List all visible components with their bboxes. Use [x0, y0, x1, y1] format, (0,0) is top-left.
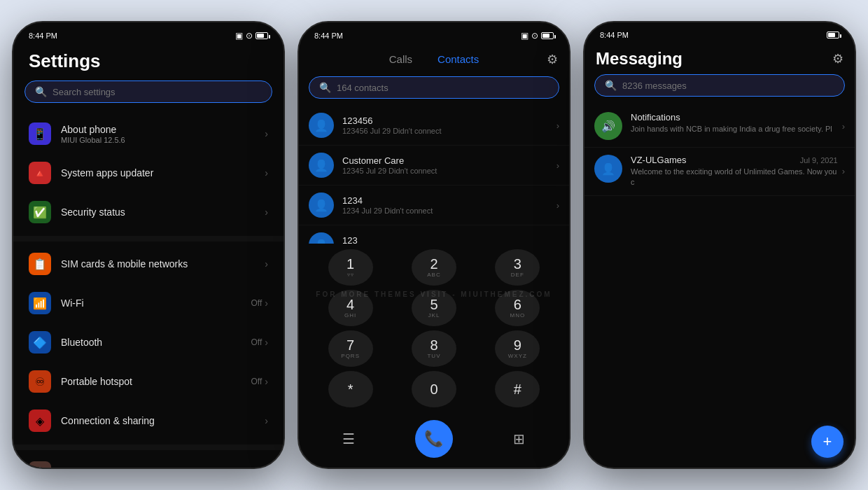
- connection-text: Connection & sharing: [61, 415, 265, 426]
- divider-2: [13, 444, 284, 450]
- dial-num-2: 2: [430, 257, 438, 271]
- settings-item-updater[interactable]: 🔺 System apps updater ›: [13, 153, 284, 192]
- settings-gear-icon[interactable]: ⚙: [547, 52, 558, 67]
- messaging-search-bar[interactable]: 🔍: [594, 74, 845, 97]
- tab-contacts[interactable]: Contacts: [425, 49, 491, 69]
- settings-item-security[interactable]: ✅ Security status ›: [13, 192, 284, 232]
- contacts-search-bar[interactable]: 🔍: [309, 76, 559, 99]
- contact-item-1[interactable]: 👤 123456 123456 Jul 29 Didn't connect ›: [299, 106, 569, 146]
- messaging-title: Messaging: [596, 49, 682, 69]
- contacts-search-icon: 🔍: [319, 82, 331, 93]
- settings-item-wifi[interactable]: 📶 Wi-Fi Off ›: [13, 284, 284, 323]
- search-icon: 🔍: [35, 86, 47, 97]
- security-right: ›: [265, 206, 268, 218]
- dial-btn-9[interactable]: 9 WXYZ: [495, 330, 540, 367]
- divider-1: [13, 236, 284, 241]
- bluetooth-right: Off ›: [251, 337, 268, 348]
- dial-btn-4[interactable]: 4 GHI: [328, 290, 373, 326]
- contact-avatar-4: 👤: [309, 232, 334, 244]
- dial-num-4: 4: [346, 298, 354, 312]
- battery-icon-2: [541, 32, 554, 39]
- phone-settings: 8:44 PM ▣ ⊙ Settings 🔍 📱 About phone MIU…: [12, 21, 285, 469]
- wifi-icon: 📶: [29, 292, 51, 314]
- keypad-icon[interactable]: ☰: [335, 425, 363, 453]
- settings-search-input[interactable]: [52, 87, 262, 97]
- dial-btn-6[interactable]: 6 MNO: [495, 290, 540, 326]
- contact-name-1: 123456: [342, 115, 556, 126]
- settings-item-lock[interactable]: 🔒 Lock screen ›: [13, 453, 284, 468]
- call-button[interactable]: 📞: [415, 420, 453, 458]
- sim-chevron: ›: [265, 258, 268, 270]
- dial-num-9: 9: [514, 338, 522, 352]
- about-text: About phone MIUI Global 12.5.6: [61, 124, 265, 144]
- contact-detail-3: 1234 Jul 29 Didn't connect: [342, 206, 556, 215]
- settings-item-hotspot[interactable]: ♾ Portable hotspot Off ›: [13, 362, 284, 401]
- time-3: 8:44 PM: [600, 31, 629, 39]
- bottom-bar: ☰ 📞 ⊞: [299, 414, 569, 468]
- lock-right: ›: [265, 467, 268, 468]
- status-bar-1: 8:44 PM ▣ ⊙: [13, 22, 284, 43]
- contact-name-3: 1234: [342, 195, 556, 206]
- settings-item-sim[interactable]: 📋 SIM cards & mobile networks ›: [13, 244, 284, 284]
- sim-label: SIM cards & mobile networks: [61, 258, 265, 270]
- notifications-name-row: Notifications: [631, 112, 838, 122]
- wifi-right: Off ›: [251, 298, 268, 309]
- dial-btn-7[interactable]: 7 PQRS: [328, 330, 373, 367]
- dial-num-6: 6: [514, 298, 522, 312]
- dial-row-1: 1 ▿▿ 2 ABC 3 DEF: [309, 249, 559, 286]
- messaging-search-input[interactable]: [622, 80, 834, 91]
- dial-btn-star[interactable]: *: [328, 371, 373, 407]
- vzulgames-name-row: VZ-ULGames Jul 9, 2021: [631, 155, 838, 165]
- notifications-avatar: 🔊: [594, 112, 622, 140]
- contacts-search-input[interactable]: [337, 83, 549, 93]
- messaging-gear-icon[interactable]: ⚙: [832, 51, 844, 66]
- dial-btn-2[interactable]: 2 ABC: [412, 249, 456, 286]
- contact-chevron-1: ›: [556, 120, 559, 131]
- msg-item-notifications[interactable]: 🔊 Notifications Join hands with NCB in m…: [584, 105, 855, 148]
- lock-text: Lock screen: [61, 467, 265, 468]
- contact-item-4[interactable]: 👤 123 123 Jul 29 Didn't connect ›: [299, 225, 569, 244]
- contact-info-1: 123456 123456 Jul 29 Didn't connect: [342, 115, 556, 135]
- bluetooth-chevron: ›: [265, 337, 268, 348]
- vzulgames-preview: Welcome to the exciting world of Unlimit…: [631, 167, 838, 188]
- hotspot-icon: ♾: [29, 370, 51, 393]
- msg-item-vzulgames[interactable]: 👤 VZ-ULGames Jul 9, 2021 Welcome to the …: [584, 148, 855, 196]
- messaging-search-icon: 🔍: [605, 80, 617, 91]
- dial-num-1: 1: [346, 257, 354, 271]
- dial-btn-0[interactable]: 0: [412, 371, 456, 407]
- messaging-header: Messaging ⚙: [584, 42, 855, 74]
- contact-item-3[interactable]: 👤 1234 1234 Jul 29 Didn't connect ›: [299, 186, 569, 225]
- settings-item-about[interactable]: 📱 About phone MIUI Global 12.5.6 ›: [13, 114, 284, 153]
- notifications-info: Notifications Join hands with NCB in mak…: [631, 112, 838, 134]
- about-chevron: ›: [265, 128, 268, 139]
- settings-group-1: 📱 About phone MIUI Global 12.5.6 › 🔺 Sys…: [13, 114, 284, 232]
- settings-item-bluetooth[interactable]: 🔷 Bluetooth Off ›: [13, 323, 284, 362]
- messaging-content: Messaging ⚙ 🔍 🔊 Notifications Join hands…: [584, 42, 855, 468]
- settings-item-connection[interactable]: ◈ Connection & sharing ›: [13, 401, 284, 440]
- dial-sub-7: PQRS: [341, 353, 360, 359]
- lock-icon: 🔒: [29, 461, 51, 468]
- status-icons-1: ▣ ⊙: [235, 31, 268, 41]
- bluetooth-icon: 🔷: [29, 331, 51, 354]
- about-icon: 📱: [29, 122, 51, 145]
- dial-sub-5: JKL: [428, 312, 440, 318]
- settings-title: Settings: [13, 43, 284, 80]
- dial-btn-3[interactable]: 3 DEF: [495, 249, 540, 286]
- dial-btn-8[interactable]: 8 TUV: [412, 330, 456, 367]
- status-icons-2: ▣ ⊙: [521, 31, 554, 41]
- security-icon: ✅: [29, 201, 51, 223]
- compose-fab-button[interactable]: +: [811, 426, 844, 458]
- contact-name-2: Customer Care: [342, 155, 556, 166]
- dialpad-icon[interactable]: ⊞: [505, 425, 533, 453]
- dial-btn-hash[interactable]: #: [495, 371, 540, 407]
- hotspot-chevron: ›: [265, 376, 268, 387]
- settings-search-bar[interactable]: 🔍: [24, 80, 272, 103]
- settings-group-3: 🔒 Lock screen › ☀ Display ›: [13, 453, 284, 468]
- dial-sub-2: ABC: [427, 272, 440, 278]
- signal-icon-2: ▣: [521, 31, 528, 41]
- contact-item-2[interactable]: 👤 Customer Care 12345 Jul 29 Didn't conn…: [299, 146, 569, 186]
- dial-btn-1[interactable]: 1 ▿▿: [328, 249, 373, 286]
- tab-calls[interactable]: Calls: [377, 49, 425, 69]
- dial-btn-5[interactable]: 5 JKL: [412, 290, 456, 326]
- status-bar-3: 8:44 PM: [584, 22, 855, 42]
